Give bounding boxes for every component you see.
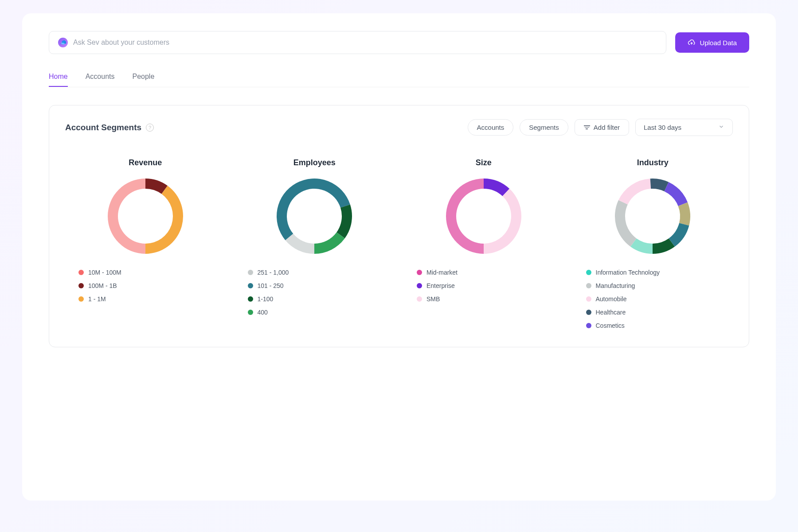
legend-item[interactable]: 400 <box>248 309 289 316</box>
chart-legend: Information TechnologyManufacturingAutom… <box>573 269 660 329</box>
legend-label: Cosmetics <box>596 322 625 329</box>
tab-accounts[interactable]: Accounts <box>86 67 115 87</box>
date-range-select[interactable]: Last 30 days <box>635 119 733 136</box>
legend-label: 400 <box>258 309 268 316</box>
legend-label: 1-100 <box>258 295 274 303</box>
segments-toggle-button[interactable]: Segments <box>520 119 568 136</box>
accounts-toggle-button[interactable]: Accounts <box>468 119 514 136</box>
legend-dot <box>78 283 84 288</box>
donut-segment[interactable] <box>314 232 345 254</box>
legend-dot <box>78 270 84 275</box>
chart-title: Revenue <box>129 158 162 167</box>
top-bar: 🧢 Upload Data <box>49 31 749 54</box>
legend-dot <box>586 296 591 302</box>
donut-segment[interactable] <box>108 179 145 254</box>
donut-chart <box>613 176 692 258</box>
donut-segment[interactable] <box>484 189 521 254</box>
add-filter-label: Add filter <box>594 124 620 131</box>
legend-item[interactable]: Automobile <box>586 295 660 303</box>
legend-label: Manufacturing <box>596 282 635 289</box>
card-header: Account Segments ? Accounts Segments Add… <box>65 119 733 136</box>
help-icon[interactable]: ? <box>146 124 154 132</box>
add-filter-button[interactable]: Add filter <box>575 119 629 136</box>
donut-segment[interactable] <box>286 234 314 254</box>
search-input[interactable] <box>73 39 657 47</box>
legend-label: 100M - 1B <box>88 282 117 289</box>
header-controls: Accounts Segments Add filter Last 30 day… <box>468 119 733 136</box>
chart-legend: 251 - 1,000101 - 2501-100400 <box>235 269 289 316</box>
filter-icon <box>584 125 590 129</box>
app-frame: 🧢 Upload Data Home Accounts People Accou… <box>22 13 776 501</box>
legend-label: 101 - 250 <box>258 282 284 289</box>
account-segments-card: Account Segments ? Accounts Segments Add… <box>49 105 749 347</box>
legend-dot <box>417 270 422 275</box>
legend-label: Healthcare <box>596 309 626 316</box>
donut-segment[interactable] <box>678 202 690 225</box>
search-bar[interactable]: 🧢 <box>49 31 666 54</box>
legend-dot <box>248 283 253 288</box>
donut-segment[interactable] <box>618 179 651 204</box>
legend-item[interactable]: 251 - 1,000 <box>248 269 289 276</box>
chart-legend: 10M - 100M100M - 1B1 - 1M <box>65 269 121 303</box>
tab-people[interactable]: People <box>133 67 155 87</box>
legend-item[interactable]: Cosmetics <box>586 322 660 329</box>
donut-segment[interactable] <box>145 186 183 254</box>
chart-column: Employees251 - 1,000101 - 2501-100400 <box>235 158 395 329</box>
legend-label: Mid-market <box>426 269 458 276</box>
donut-segment[interactable] <box>615 200 637 247</box>
legend-item[interactable]: 10M - 100M <box>78 269 121 276</box>
upload-data-button[interactable]: Upload Data <box>675 32 749 53</box>
legend-item[interactable]: SMB <box>417 295 458 303</box>
legend-label: Automobile <box>596 295 627 303</box>
upload-button-label: Upload Data <box>700 39 737 47</box>
legend-dot <box>248 270 253 275</box>
cloud-upload-icon <box>688 39 696 47</box>
tabs: Home Accounts People <box>49 67 749 87</box>
donut-chart <box>444 176 524 258</box>
chart-column: Revenue10M - 100M100M - 1B1 - 1M <box>65 158 226 329</box>
chart-title: Size <box>476 158 492 167</box>
legend-label: Enterprise <box>426 282 455 289</box>
legend-dot <box>586 310 591 315</box>
date-range-label: Last 30 days <box>644 124 681 131</box>
legend-item[interactable]: Enterprise <box>417 282 458 289</box>
legend-item[interactable]: 1-100 <box>248 295 289 303</box>
tab-home[interactable]: Home <box>49 67 68 87</box>
legend-item[interactable]: Healthcare <box>586 309 660 316</box>
chart-title: Employees <box>293 158 336 167</box>
donut-chart <box>106 176 185 258</box>
chart-title: Industry <box>637 158 669 167</box>
donut-chart <box>274 176 354 258</box>
legend-dot <box>417 296 422 302</box>
legend-dot <box>586 270 591 275</box>
chart-legend: Mid-marketEnterpriseSMB <box>403 269 458 303</box>
chart-column: SizeMid-marketEnterpriseSMB <box>403 158 564 329</box>
legend-item[interactable]: 100M - 1B <box>78 282 121 289</box>
legend-label: 251 - 1,000 <box>258 269 289 276</box>
donut-segment[interactable] <box>446 179 484 254</box>
charts-row: Revenue10M - 100M100M - 1B1 - 1MEmployee… <box>65 158 733 329</box>
card-title-wrap: Account Segments ? <box>65 123 154 132</box>
legend-dot <box>586 283 591 288</box>
legend-dot <box>248 296 253 302</box>
legend-dot <box>417 283 422 288</box>
legend-dot <box>586 323 591 328</box>
legend-item[interactable]: Manufacturing <box>586 282 660 289</box>
legend-label: Information Technology <box>596 269 660 276</box>
donut-segment[interactable] <box>665 182 688 206</box>
chart-column: IndustryInformation TechnologyManufactur… <box>573 158 733 329</box>
legend-dot <box>248 310 253 315</box>
legend-label: 1 - 1M <box>88 295 106 303</box>
legend-item[interactable]: Information Technology <box>586 269 660 276</box>
legend-item[interactable]: 101 - 250 <box>248 282 289 289</box>
legend-label: SMB <box>426 295 440 303</box>
card-title: Account Segments <box>65 123 141 132</box>
legend-dot <box>78 296 84 302</box>
legend-label: 10M - 100M <box>88 269 121 276</box>
chevron-down-icon <box>718 124 724 131</box>
legend-item[interactable]: 1 - 1M <box>78 295 121 303</box>
bot-avatar-icon: 🧢 <box>58 38 68 47</box>
donut-segment[interactable] <box>336 205 352 238</box>
legend-item[interactable]: Mid-market <box>417 269 458 276</box>
